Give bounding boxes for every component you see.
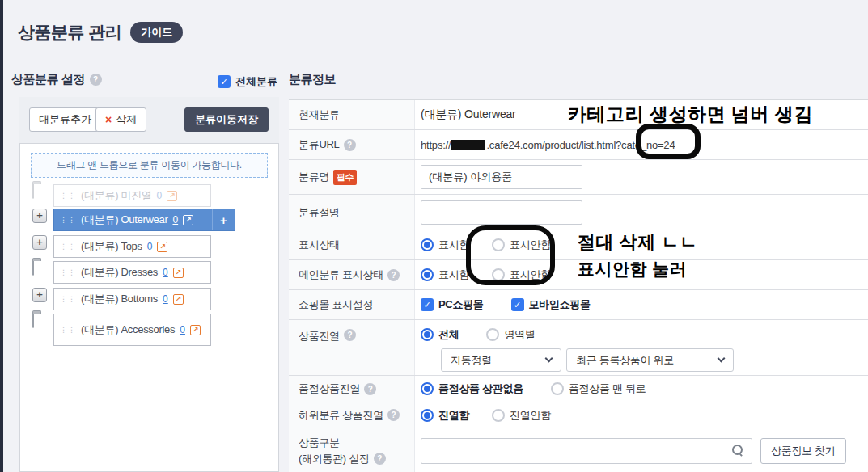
drag-handle-icon[interactable]: [60, 192, 76, 200]
category-item-accessories[interactable]: (대분류) Accessories 0: [53, 314, 211, 346]
category-item-outerwear[interactable]: (대분류) Outerwear 0 +: [53, 209, 235, 231]
required-badge: 필수: [333, 170, 357, 185]
help-icon[interactable]: [387, 269, 400, 281]
drag-handle-icon[interactable]: [60, 269, 76, 276]
option-label: PC쇼핑몰: [438, 297, 484, 312]
display-on-option[interactable]: 표시함: [421, 238, 469, 252]
category-item-tops[interactable]: (대분류) Tops 0: [53, 235, 211, 258]
category-count-link[interactable]: 0: [180, 324, 185, 335]
radio-selected-icon[interactable]: [421, 382, 434, 395]
save-category-move-button[interactable]: 분류이동저장: [184, 107, 269, 132]
sidebar-edge: [0, 0, 3, 472]
category-count-link[interactable]: 0: [172, 214, 178, 225]
external-link-icon[interactable]: [167, 191, 177, 201]
option-label: 영역별: [504, 327, 535, 342]
category-settings-header: 상품분류 설정: [11, 72, 102, 87]
current-category-value: (대분류) Outerwear: [421, 107, 516, 122]
checkbox-checked-icon[interactable]: [218, 75, 231, 88]
radio-selected-icon[interactable]: [421, 238, 434, 251]
row-label: 품절상품진열: [299, 381, 360, 396]
category-settings-title: 상품분류 설정: [11, 72, 85, 87]
row-label: 분류명: [299, 170, 329, 184]
help-icon[interactable]: [344, 139, 356, 151]
soldout-anyorder-option[interactable]: 품절상품 상관없음: [421, 381, 523, 396]
category-count-link[interactable]: 0: [163, 293, 168, 305]
add-top-category-button[interactable]: 대분류추가: [29, 107, 101, 132]
row-label: 분류설명: [299, 205, 340, 220]
category-toolbar: 대분류추가 × 삭제 분류이동저장: [19, 97, 279, 143]
listing-by-area-option[interactable]: 영역별: [486, 327, 535, 342]
radio-selected-icon[interactable]: [421, 328, 434, 341]
external-link-icon[interactable]: [157, 242, 167, 252]
drag-handle-icon[interactable]: [60, 243, 76, 251]
external-link-icon[interactable]: [190, 325, 201, 335]
mobile-mall-checkbox[interactable]: 모바일쇼핑몰: [511, 297, 591, 312]
url-prefix: https://: [421, 139, 451, 151]
folder-plus-icon[interactable]: [32, 235, 47, 250]
drag-handle-icon[interactable]: [60, 296, 76, 303]
external-link-icon[interactable]: [173, 268, 184, 278]
main-display-on-option[interactable]: 표시함: [421, 268, 469, 282]
add-subcategory-button[interactable]: +: [212, 209, 235, 230]
folder-icon: [32, 314, 34, 328]
category-label: (대분류) Tops: [81, 239, 142, 254]
radio-selected-icon[interactable]: [421, 268, 434, 281]
find-product-info-button[interactable]: 상품정보 찾기: [760, 438, 846, 464]
highlight-circle-cate-no: [636, 124, 701, 159]
redaction-box: [451, 140, 485, 150]
delete-category-button[interactable]: × 삭제: [95, 107, 146, 132]
form-row-product-group: 상품구분 (해외통관) 설정 상품정보 찾기: [289, 428, 868, 472]
checkbox-checked-icon[interactable]: [421, 298, 434, 311]
checkbox-checked-icon[interactable]: [511, 298, 524, 311]
folder-icon: [32, 184, 34, 199]
delete-label: 삭제: [116, 112, 137, 127]
category-desc-input[interactable]: [421, 200, 582, 225]
category-count-link[interactable]: 0: [163, 267, 168, 278]
sort-order-select[interactable]: 최근 등록상품이 위로: [566, 348, 734, 372]
category-item-dresses[interactable]: (대분류) Dresses 0: [53, 261, 211, 284]
external-link-icon[interactable]: [173, 294, 184, 305]
category-item-unlisted[interactable]: (대분류) 미진열 0: [53, 184, 211, 207]
drag-handle-icon[interactable]: [60, 327, 76, 334]
radio-unselected-icon[interactable]: [486, 328, 499, 341]
guide-badge[interactable]: 가이드: [130, 22, 183, 43]
sub-listing-off-option[interactable]: 진열안함: [492, 408, 551, 423]
category-count-link[interactable]: 0: [157, 190, 163, 201]
sort-order-value: 최근 등록상품이 위로: [576, 353, 674, 368]
drag-handle-icon[interactable]: [60, 217, 76, 224]
radio-unselected-icon[interactable]: [551, 382, 564, 395]
form-row-mall-display: 쇼핑몰 표시설정 PC쇼핑몰 모바일쇼핑몰: [289, 290, 868, 320]
pc-mall-checkbox[interactable]: PC쇼핑몰: [421, 297, 484, 312]
category-info-form: 현재분류 (대분류) Outerwear 분류URL https://.cafe…: [289, 99, 868, 472]
sort-method-select[interactable]: 자동정렬: [441, 348, 561, 372]
help-icon[interactable]: [374, 453, 386, 465]
folder-plus-icon[interactable]: [32, 209, 47, 223]
help-icon[interactable]: [344, 329, 356, 341]
external-link-icon[interactable]: [183, 215, 193, 225]
form-row-sub-listing: 하위분류 상품진열 진열함 진열안함: [289, 402, 868, 428]
form-row-category-url: 분류URL https://.cafe24.com/product/list.h…: [289, 130, 868, 160]
radio-unselected-icon[interactable]: [492, 409, 505, 422]
form-row-product-listing: 상품진열 전체 영역별 자동정렬: [289, 320, 868, 376]
category-label: (대분류) Outerwear: [81, 213, 167, 227]
radio-selected-icon[interactable]: [421, 409, 434, 422]
row-label: 상품구분: [299, 436, 340, 450]
soldout-last-option[interactable]: 품절상품 맨 뒤로: [551, 381, 646, 396]
category-count-link[interactable]: 0: [147, 241, 153, 252]
help-icon[interactable]: [364, 383, 376, 395]
row-label-line2: (해외통관) 설정: [299, 452, 370, 466]
category-name-input[interactable]: [421, 165, 582, 189]
sub-listing-on-option[interactable]: 진열함: [421, 408, 469, 423]
help-icon[interactable]: [90, 74, 102, 86]
delete-x-icon: ×: [105, 113, 112, 126]
listing-all-option[interactable]: 전체: [421, 327, 459, 342]
all-category-checkbox[interactable]: 전체분류: [218, 74, 277, 89]
category-item-bottoms[interactable]: (대분류) Bottoms 0: [53, 288, 211, 310]
product-group-search-input[interactable]: [421, 438, 752, 464]
handwritten-note-category-number: 카테고리 생성하면 넘버 생김: [568, 102, 813, 127]
option-label: 전체: [438, 327, 459, 342]
option-label: 표시함: [438, 238, 469, 252]
search-icon[interactable]: [732, 445, 744, 457]
folder-plus-icon[interactable]: [32, 288, 47, 302]
help-icon[interactable]: [387, 409, 400, 421]
